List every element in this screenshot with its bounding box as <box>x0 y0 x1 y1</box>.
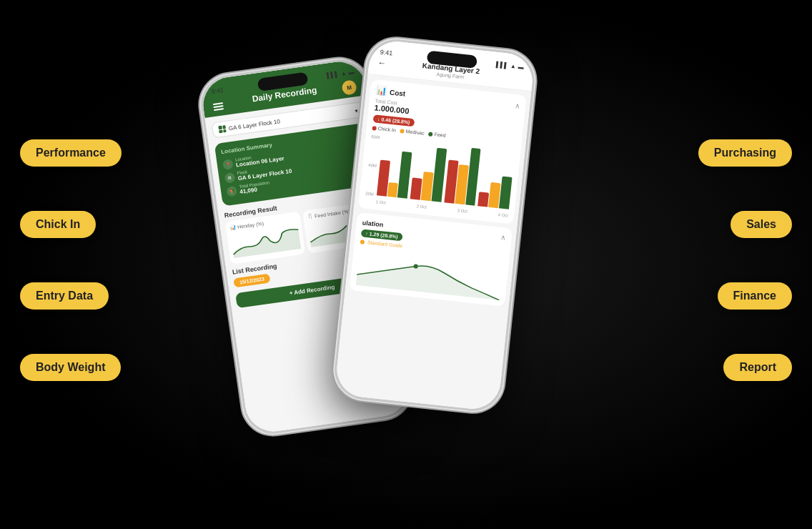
henday-card: 📊 Henday (%) <box>225 212 305 264</box>
cost-section: 📊 Cost ∧ Total Cost 1.000.000 ↓ 0.46 (28… <box>358 79 527 224</box>
x-label-4oct: 4 Oct <box>497 212 508 217</box>
cost-badge: ↓ 0.46 (28.8%) <box>373 114 415 127</box>
pill-finance-label: Finance <box>733 290 776 302</box>
bar-red-4 <box>478 192 490 207</box>
flock-selector-value: GA 6 Layer Flock 10 <box>228 118 280 132</box>
henday-icon: 📊 <box>229 224 237 230</box>
x-label-1oct: 1 Oct <box>375 199 386 204</box>
y-label-60m: 60M <box>371 134 380 139</box>
pill-purchasing-label: Purchasing <box>714 147 776 159</box>
henday-label: Henday (%) <box>237 220 264 229</box>
legend-dot-red <box>372 126 377 131</box>
population-section: ulation ∧ ↑ 1.29 (28.8%) Standard Guide <box>350 212 513 307</box>
legend-feed: Feed <box>428 131 446 137</box>
pop-chevron-icon[interactable]: ∧ <box>500 233 506 242</box>
trend-up-icon: ↑ <box>365 231 368 236</box>
battery-icon: ▬ <box>348 69 355 76</box>
grid-icon <box>218 125 226 133</box>
bar-green-1 <box>397 152 412 199</box>
x-label-2oct: 2 Oct <box>416 204 427 209</box>
legend-medivac: Medivac <box>400 128 425 136</box>
bar-group-2 <box>410 146 447 202</box>
cost-badge-value: 0.46 (28.8%) <box>381 117 410 124</box>
y-label-40m: 40M <box>368 163 377 168</box>
phone1-time: 9:41 <box>211 86 224 95</box>
pill-sales[interactable]: Sales <box>731 211 792 238</box>
menu-icon[interactable] <box>213 102 224 111</box>
pill-performance[interactable]: Performance <box>20 139 122 167</box>
pill-entrydata-label: Entry Data <box>36 290 93 302</box>
phone2-screen: 9:41 ▌▌▌ ▲ ▬ ← Kandang Layer 2 Agung Far… <box>334 39 535 411</box>
pill-bodyweight-label: Body Weight <box>36 361 105 373</box>
legend-dot-green <box>428 132 433 137</box>
pill-sales-label: Sales <box>746 218 776 230</box>
pop-badge-value: 1.29 (28.8%) <box>369 232 398 239</box>
population-icon: 🐓 <box>226 185 237 197</box>
cost-chevron-icon[interactable]: ∧ <box>515 101 520 109</box>
flock-icon: ⊞ <box>224 172 236 183</box>
phone2-time: 9:41 <box>380 49 392 57</box>
pill-chickin-label: Chick In <box>36 218 80 230</box>
pill-purchasing[interactable]: Purchasing <box>698 139 792 167</box>
date-badge[interactable]: 15/12/2023 <box>233 273 270 287</box>
trend-down-icon: ↓ <box>377 117 380 122</box>
wifi2-icon: ▲ <box>510 62 517 69</box>
signal-icon: ▌▌▌ <box>326 71 339 79</box>
pill-finance[interactable]: Finance <box>718 282 792 310</box>
bar-group-1 <box>377 149 412 199</box>
bar-green-4 <box>499 177 512 209</box>
standard-guide-dot <box>360 239 365 244</box>
phone1-status-icons: ▌▌▌ ▲ ▬ <box>326 69 355 79</box>
henday-chart <box>230 224 301 258</box>
legend-medivac-label: Medivac <box>405 129 425 136</box>
wifi-icon: ▲ <box>340 69 347 76</box>
population-title: ulation <box>362 219 383 228</box>
dropdown-chevron-icon: ▾ <box>355 107 358 114</box>
pill-report-label: Report <box>739 361 776 373</box>
bar-group-3 <box>444 146 481 206</box>
cost-title: Cost <box>390 88 406 97</box>
pill-performance-label: Performance <box>36 147 106 159</box>
bar-chart-area: 60M 40M 20M <box>365 133 515 218</box>
legend-feed-label: Feed <box>434 132 446 138</box>
x-label-3oct: 3 Oct <box>457 208 467 213</box>
cost-chart-icon: 📊 <box>376 85 387 96</box>
legend-chickin: Chick In <box>372 125 396 132</box>
signal2-icon: ▌▌▌ <box>496 61 509 69</box>
y-label-20m: 20M <box>365 192 374 197</box>
pill-bodyweight[interactable]: Body Weight <box>20 354 121 381</box>
pill-report[interactable]: Report <box>723 354 792 381</box>
battery2-icon: ▬ <box>518 64 524 71</box>
bar-group-4 <box>478 174 513 209</box>
phone2-status-icons: ▌▌▌ ▲ ▬ <box>496 61 525 70</box>
legend-dot-orange <box>400 129 405 134</box>
feed-icon: 🍴 <box>307 213 314 219</box>
legend-chickin-label: Chick In <box>377 126 396 133</box>
bar-chart <box>376 134 515 212</box>
pill-chickin[interactable]: Chick In <box>20 211 96 238</box>
location-pin-icon: 📍 <box>222 159 234 170</box>
bar-orange-1 <box>387 182 398 197</box>
pill-entrydata[interactable]: Entry Data <box>20 282 109 310</box>
phones-area: 9:41 ▌▌▌ ▲ ▬ Daily Recording M <box>206 21 606 508</box>
